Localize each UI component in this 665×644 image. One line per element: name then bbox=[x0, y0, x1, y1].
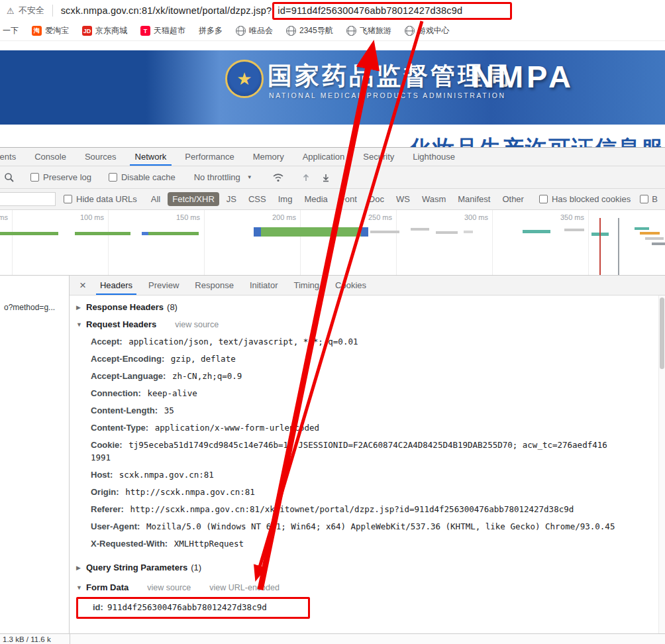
bookmark-item[interactable]: 飞猪旅游 bbox=[346, 25, 391, 36]
details-tab-headers[interactable]: Headers bbox=[92, 276, 140, 295]
timeline-gridline bbox=[108, 210, 109, 275]
timeline-request-bar bbox=[75, 232, 130, 235]
timeline-request-bar bbox=[142, 232, 148, 235]
tab-lighthouse[interactable]: Lighthouse bbox=[403, 148, 464, 166]
timeline-gridline bbox=[300, 210, 301, 275]
bookmark-item[interactable]: 游戏中心 bbox=[405, 25, 450, 36]
header-row: Host: scxk.nmpa.gov.cn:81 bbox=[76, 466, 656, 483]
header-name: Referer: bbox=[91, 504, 126, 514]
globe-icon bbox=[405, 26, 415, 36]
scrollbar-thumb[interactable] bbox=[660, 297, 664, 369]
details-tab-preview[interactable]: Preview bbox=[140, 276, 187, 295]
filter-pill[interactable]: Manifest bbox=[453, 192, 495, 206]
hide-data-urls-checkbox[interactable] bbox=[64, 195, 72, 203]
header-name: Accept: bbox=[91, 337, 125, 347]
response-headers-title: Response Headers bbox=[86, 302, 164, 312]
request-headers-section[interactable]: ▼ Request Headers view source bbox=[76, 315, 656, 333]
browser-window: ⚠ 不安全 scxk.nmpa.gov.cn:81/xk/itownet/por… bbox=[0, 0, 665, 644]
timeline-gridline bbox=[204, 210, 205, 275]
request-headers-list: Accept: application/json, text/javascrip… bbox=[76, 333, 656, 552]
bookmark-label: 游戏中心 bbox=[418, 25, 450, 36]
filter-pill[interactable]: CSS bbox=[244, 192, 271, 206]
has-blocked-cookies-checkbox[interactable] bbox=[539, 195, 548, 203]
tab-security[interactable]: Security bbox=[354, 148, 403, 166]
tab-memory[interactable]: Memory bbox=[244, 148, 293, 166]
header-value: keep-alive bbox=[147, 388, 197, 398]
timeline-gridline bbox=[396, 210, 397, 275]
security-label[interactable]: 不安全 bbox=[19, 5, 44, 17]
tab-console[interactable]: Console bbox=[25, 148, 76, 166]
request-details-panel: × HeadersPreviewResponseInitiatorTimingC… bbox=[70, 276, 665, 633]
has-blocked-cookies-label: Has blocked cookies bbox=[552, 194, 631, 204]
triangle-collapsed-icon: ▶ bbox=[76, 564, 86, 571]
filter-pill[interactable]: Font bbox=[335, 192, 362, 206]
timeline-overview[interactable]: ms100 ms150 ms200 ms250 ms300 ms350 ms bbox=[0, 210, 665, 276]
tab-application[interactable]: Application bbox=[293, 148, 354, 166]
throttling-dropdown[interactable]: No throttling▼ bbox=[194, 172, 252, 182]
timeline-request-bar bbox=[645, 237, 664, 240]
bookmark-item[interactable]: 一下 bbox=[3, 25, 19, 36]
filter-input[interactable] bbox=[0, 192, 56, 206]
header-value: 35 bbox=[164, 405, 174, 415]
bookmark-item[interactable]: 淘 爱淘宝 bbox=[32, 25, 69, 36]
devtools-status-bar: 1.3 kB / 11.6 k bbox=[0, 633, 665, 644]
not-secure-warning-icon[interactable]: ⚠ bbox=[7, 6, 15, 16]
close-icon[interactable]: × bbox=[74, 279, 92, 292]
devtools-tab-bar: ElementsConsoleSourcesNetworkPerformance… bbox=[0, 148, 665, 166]
filter-pill[interactable]: Doc bbox=[364, 192, 389, 206]
query-string-section[interactable]: ▶ Query String Parameters (1) bbox=[76, 559, 656, 576]
disable-cache-checkbox[interactable] bbox=[109, 173, 117, 182]
header-value: zh-CN,zh;q=0.9 bbox=[172, 371, 242, 381]
bookmark-label: 一下 bbox=[3, 25, 19, 36]
form-data-key: id: bbox=[93, 602, 103, 612]
form-data-view-url-encoded-link[interactable]: view URL-encoded bbox=[209, 583, 280, 592]
request-list-item[interactable]: o?method=g... bbox=[0, 299, 69, 315]
bookmark-item[interactable]: 拼多多 bbox=[199, 25, 223, 36]
filter-pill[interactable]: Img bbox=[274, 192, 297, 206]
form-data-view-source-link[interactable]: view source bbox=[147, 583, 191, 592]
blocked-requests-checkbox[interactable] bbox=[640, 195, 648, 203]
header-row: Accept-Language: zh-CN,zh;q=0.9 bbox=[76, 367, 656, 384]
import-har-icon[interactable] bbox=[301, 173, 311, 182]
devtools-panel: ElementsConsoleSourcesNetworkPerformance… bbox=[0, 147, 665, 644]
filter-pill[interactable]: Other bbox=[497, 192, 529, 206]
preserve-log-checkbox[interactable] bbox=[30, 173, 39, 182]
tab-performance[interactable]: Performance bbox=[176, 148, 243, 166]
bookmark-label: 唯品会 bbox=[249, 25, 273, 36]
timeline-request-bar bbox=[635, 227, 649, 230]
response-headers-section[interactable]: ▶ Response Headers (8) bbox=[76, 298, 656, 315]
details-tab-initiator[interactable]: Initiator bbox=[242, 276, 286, 295]
search-icon[interactable] bbox=[4, 172, 15, 183]
details-tab-cookies[interactable]: Cookies bbox=[327, 276, 374, 295]
response-headers-count: (8) bbox=[167, 302, 178, 312]
export-har-icon[interactable] bbox=[321, 173, 331, 182]
hide-data-urls-label: Hide data URLs bbox=[76, 194, 137, 204]
timeline-gridline bbox=[12, 210, 13, 275]
disable-cache-label: Disable cache bbox=[121, 172, 176, 182]
tab-network[interactable]: Network bbox=[126, 148, 176, 166]
details-scrollbar[interactable] bbox=[658, 295, 665, 633]
tab-elements[interactable]: Elements bbox=[0, 148, 25, 166]
header-value: http://scxk.nmpa.gov.cn:81/xk/itownet/po… bbox=[130, 504, 574, 514]
header-row: X-Requested-With: XMLHttpRequest bbox=[76, 535, 656, 552]
filter-pill[interactable]: WS bbox=[391, 192, 415, 206]
bookmark-item[interactable]: 唯品会 bbox=[236, 25, 273, 36]
filter-pill[interactable]: JS bbox=[222, 192, 241, 206]
form-data-section[interactable]: ▼ Form Data view source view URL-encoded bbox=[76, 578, 656, 596]
bookmark-item[interactable]: T 天猫超市 bbox=[140, 25, 185, 36]
network-conditions-wifi-icon[interactable] bbox=[272, 173, 284, 182]
filter-pill[interactable]: All bbox=[146, 192, 165, 206]
triangle-collapsed-icon: ▶ bbox=[76, 304, 86, 311]
details-tab-timing[interactable]: Timing bbox=[286, 276, 328, 295]
view-source-link[interactable]: view source bbox=[175, 320, 219, 329]
filter-pill[interactable]: Wasm bbox=[417, 192, 450, 206]
bookmark-item[interactable]: JD 京东商城 bbox=[82, 25, 127, 36]
details-tab-response[interactable]: Response bbox=[187, 276, 242, 295]
filter-pill[interactable]: Media bbox=[299, 192, 332, 206]
bookmark-item[interactable]: 2345导航 bbox=[286, 25, 333, 36]
tab-sources[interactable]: Sources bbox=[76, 148, 126, 166]
timeline-request-bar bbox=[254, 227, 261, 237]
timeline-request-bar bbox=[436, 231, 458, 234]
url-input[interactable]: scxk.nmpa.gov.cn:81/xk/itownet/portal/dz… bbox=[61, 2, 513, 20]
filter-pill[interactable]: Fetch/XHR bbox=[168, 192, 219, 206]
